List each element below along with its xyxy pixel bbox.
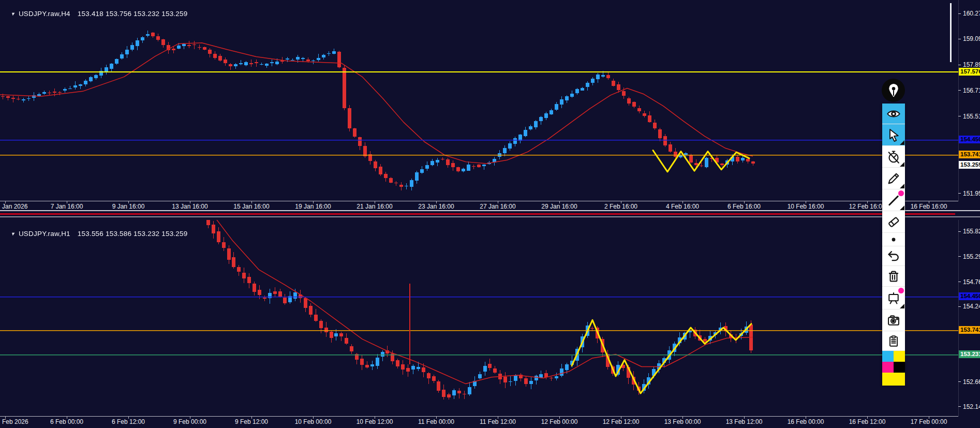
tool-undo-button[interactable] (882, 246, 905, 266)
time-tick-label: 16 Feb 12:00 (849, 418, 886, 425)
time-tick-label: 11 Feb 00:00 (418, 418, 454, 425)
price-marker-157.576: 157.576 (959, 68, 980, 76)
time-tick-label: 10 Feb 12:00 (357, 418, 393, 425)
price-marker-153.231: 153.231 (959, 350, 980, 358)
price-tick-label: 152.662 (963, 379, 980, 385)
pen-nib-icon (886, 83, 901, 98)
palette-black-swatch[interactable] (894, 362, 905, 373)
chart-quotes-h4: 153.418 153.756 153.232 153.259 (78, 10, 188, 18)
h4-chart-canvas[interactable] (0, 0, 958, 201)
price-axis-separator (958, 0, 959, 201)
time-tick-label: 13 Feb 12:00 (726, 418, 763, 425)
chart-symbol-h1: USDJPY.raw,H1 (19, 230, 70, 238)
price-tick-dash (958, 381, 961, 382)
price-tick-dash (958, 282, 961, 282)
price-tick-label: 155.292 (963, 254, 980, 260)
tool-whiteboard-button[interactable] (882, 287, 905, 309)
price-tick-label: 160.277 (963, 10, 980, 17)
palette-yellow-swatch[interactable] (894, 351, 905, 362)
price-tick-dash (958, 306, 961, 307)
time-tick-label: 9 Feb 00:00 (173, 418, 206, 425)
chart-dropdown-icon[interactable]: ▼ (10, 231, 16, 237)
active-color-swatch[interactable] (882, 373, 905, 386)
h1-chart-canvas[interactable] (0, 220, 958, 416)
pen-app-logo[interactable] (882, 79, 905, 102)
tool-pencil-button[interactable] (882, 168, 905, 189)
trash-icon (886, 269, 901, 284)
tool-eraser-button[interactable] (882, 211, 905, 233)
price-marker-153.259: 153.259 (959, 161, 980, 169)
chart-dropdown-icon[interactable]: ▼ (10, 11, 16, 17)
price-marker-153.741: 153.741 (959, 151, 980, 158)
submenu-corner-icon (900, 205, 904, 210)
price-tick-dash (958, 256, 961, 257)
tool-clipboard-button[interactable] (882, 331, 905, 351)
magenta-color-dot (898, 288, 904, 293)
time-tick-label: 16 Feb 00:00 (788, 418, 824, 425)
price-tick-label: 151.957 (963, 190, 980, 197)
price-tick-label: 154.762 (963, 279, 980, 285)
price-marker-154.450: 154.450 (959, 292, 980, 300)
price-scale-indicator (950, 3, 952, 62)
time-tick-label: 10 Feb 00:00 (295, 418, 332, 425)
submenu-corner-icon (900, 184, 904, 188)
pencil-icon (886, 171, 901, 186)
price-tick-dash (958, 39, 961, 39)
time-tick-label: 13 Feb 00:00 (664, 418, 701, 425)
price-tick-label: 157.897 (963, 62, 980, 68)
price-tick-label: 159.097 (963, 36, 980, 42)
price-tick-label: 155.822 (963, 228, 980, 234)
time-tick-label: 11 Feb 12:00 (480, 418, 516, 425)
time-tick-label: 9 Feb 12:00 (235, 418, 268, 425)
cursor-arrow-icon (886, 128, 901, 142)
chart-title-h4: ▼USDJPY.raw,H4153.418 153.756 153.232 15… (3, 2, 187, 25)
price-tick-label: 156.717 (963, 87, 980, 94)
submenu-corner-icon (900, 304, 904, 308)
time-tick-label: 12 Feb 12:00 (603, 418, 640, 425)
price-tick-dash (958, 231, 961, 232)
undo-arrow-icon (886, 249, 901, 263)
price-tick-dash (958, 193, 961, 194)
point-dot-icon (887, 233, 900, 246)
chart-panel-h1: ▼USDJPY.raw,H1153.556 153.586 153.232 15… (0, 220, 980, 428)
clipboard-icon (887, 334, 900, 348)
price-tick-label: 155.517 (963, 113, 980, 120)
tool-timer-off-button[interactable] (882, 146, 905, 168)
tool-camera-button[interactable] (882, 309, 905, 331)
tool-eye-button[interactable] (882, 104, 905, 124)
time-axis-line (0, 416, 958, 417)
tool-line-button[interactable] (882, 189, 905, 211)
time-tick-label: 17 Feb 00:00 (911, 418, 947, 425)
annotation-tool-panel (882, 104, 905, 386)
eye-icon (886, 107, 901, 121)
price-tick-dash (958, 90, 961, 91)
price-marker-153.741: 153.741 (959, 326, 980, 334)
eraser-icon (886, 215, 901, 229)
tool-cursor-button[interactable] (882, 124, 905, 146)
price-tick-dash (958, 65, 961, 65)
tool-point-button[interactable] (882, 233, 905, 246)
palette-cyan-swatch[interactable] (882, 351, 894, 362)
submenu-corner-icon (900, 162, 904, 167)
whiteboard-icon (886, 291, 901, 305)
time-tick-label: 12 Feb 00:00 (541, 418, 578, 425)
palette-magenta-swatch[interactable] (882, 362, 894, 373)
splitter-line-bottom (0, 216, 980, 217)
time-axis-line (0, 201, 958, 201)
chart-panel-h4: ▼USDJPY.raw,H4153.418 153.756 153.232 15… (0, 0, 980, 209)
price-axis-separator (958, 220, 959, 416)
price-tick-label: 154.242 (963, 303, 980, 309)
price-marker-154.450: 154.450 (959, 136, 980, 143)
window-splitter[interactable] (0, 209, 980, 220)
price-tick-label: 152.142 (963, 404, 980, 410)
chart-title-h1: ▼USDJPY.raw,H1153.556 153.586 153.232 15… (3, 222, 187, 245)
time-tick-label: Feb 2026 (2, 418, 28, 425)
time-tick-label: 6 Feb 00:00 (50, 418, 83, 425)
price-tick-dash (958, 116, 961, 116)
time-tick-label: 6 Feb 12:00 (112, 418, 145, 425)
splitter-red-band (0, 213, 955, 215)
tool-trash-button[interactable] (882, 266, 905, 287)
chart-symbol-h4: USDJPY.raw,H4 (19, 10, 70, 18)
splitter-line-top (0, 210, 980, 211)
timer-off-icon (886, 150, 901, 164)
